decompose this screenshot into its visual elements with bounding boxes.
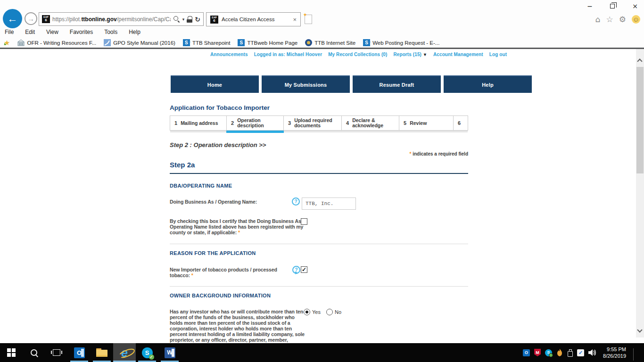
radio-yes[interactable] bbox=[304, 309, 310, 315]
settings-gear-icon[interactable]: ⚙ bbox=[619, 15, 626, 24]
tray-skype-icon[interactable]: S bbox=[545, 349, 552, 356]
window-close-button[interactable]: × bbox=[630, 2, 640, 10]
browser-tab[interactable]: EAP 6 Accela Citizen Access × bbox=[206, 12, 301, 26]
taskbar-search-button[interactable] bbox=[23, 343, 45, 362]
sharepoint-icon: S bbox=[238, 39, 245, 46]
step-heading: Step 2 : Operation description >> bbox=[170, 141, 266, 148]
step-tab-3[interactable]: 3 Upload required documents bbox=[284, 116, 342, 130]
add-favorites-star-icon[interactable]: ★ bbox=[4, 39, 10, 47]
skype-status-badge: ✓ bbox=[149, 354, 154, 360]
screen: ← → EAP 6 https://pilot.ttbonline.gov/pe… bbox=[0, 0, 644, 362]
checkmark-icon: ✓ bbox=[302, 267, 306, 272]
step-tab-4[interactable]: 4 Declare & acknowledge bbox=[342, 116, 399, 130]
link-account-management[interactable]: Account Management bbox=[433, 52, 483, 57]
tab-close-icon[interactable]: × bbox=[293, 16, 297, 23]
scrollbar-up-icon[interactable] bbox=[637, 58, 642, 64]
scrollbar-thumb[interactable] bbox=[636, 67, 644, 173]
dba-section-header: DBA/OPERATING NAME bbox=[170, 183, 232, 189]
sharepoint-icon: S bbox=[183, 39, 190, 46]
link-logout[interactable]: Log out bbox=[489, 52, 507, 57]
dba-certify-checkbox[interactable] bbox=[301, 218, 307, 225]
tray-usb-icon[interactable] bbox=[567, 349, 573, 356]
tray-mcafee-icon[interactable]: M bbox=[534, 349, 541, 356]
menu-item-tools[interactable]: Tools bbox=[104, 29, 117, 35]
dba-help-icon[interactable]: ? bbox=[292, 197, 300, 206]
menu-item-file[interactable]: File bbox=[5, 29, 14, 35]
tray-outlook-icon[interactable]: O bbox=[523, 349, 530, 356]
window-restore-button[interactable] bbox=[607, 2, 618, 10]
nav-help-button[interactable]: Help bbox=[444, 75, 532, 93]
menu-item-view[interactable]: View bbox=[46, 29, 58, 35]
page-scrollbar[interactable] bbox=[636, 49, 644, 337]
nav-resume-draft-button[interactable]: Resume Draft bbox=[353, 75, 441, 93]
globe-badge-icon bbox=[305, 39, 312, 46]
reason-checkbox[interactable]: ✓ bbox=[301, 266, 307, 273]
file-explorer-icon bbox=[96, 348, 107, 357]
favorite-ttbweb-home[interactable]: S TTBweb Home Page bbox=[238, 39, 297, 46]
dba-name-input[interactable] bbox=[302, 197, 356, 210]
forward-button[interactable]: → bbox=[25, 12, 37, 25]
step-tab-1[interactable]: 1 Mailing address bbox=[170, 116, 227, 130]
taskbar-internet-explorer[interactable]: e bbox=[113, 343, 136, 362]
favorites-star-icon[interactable]: ☆ bbox=[606, 15, 613, 24]
address-bar[interactable]: EAP 6 https://pilot.ttbonline.gov/permit… bbox=[39, 12, 204, 26]
reports-caret-icon[interactable]: ▼ bbox=[423, 52, 427, 57]
taskbar-file-explorer[interactable] bbox=[91, 343, 113, 362]
show-desktop-button[interactable] bbox=[638, 343, 641, 362]
reason-help-icon[interactable]: ? bbox=[292, 266, 300, 274]
volume-icon[interactable] bbox=[588, 349, 597, 356]
window-minimize-button[interactable]: − bbox=[585, 2, 595, 10]
nav-home-button[interactable]: Home bbox=[171, 75, 259, 93]
feedback-smiley-icon[interactable]: ☺ bbox=[632, 15, 640, 24]
new-tab-button[interactable]: ★ bbox=[305, 15, 312, 24]
home-icon[interactable]: ⌂ bbox=[595, 15, 601, 24]
menu-item-help[interactable]: Help bbox=[129, 29, 140, 35]
page-title: Application for Tobacco Importer bbox=[170, 104, 270, 111]
menu-bar: File Edit View Favorites Tools Help bbox=[5, 27, 140, 37]
browser-toolbar-icons: ⌂ ☆ ⚙ ☺ bbox=[595, 15, 640, 24]
back-arrow-icon: ← bbox=[8, 13, 18, 25]
tab-favicon: EAP 6 bbox=[210, 16, 218, 24]
link-record-collections[interactable]: My Record Collections (0) bbox=[328, 52, 387, 57]
sub-step-heading: Step 2a bbox=[170, 161, 195, 169]
url-text[interactable]: https://pilot.ttbonline.gov/permitsonlin… bbox=[52, 16, 171, 23]
gpo-icon bbox=[104, 39, 111, 46]
nav-my-submissions-button[interactable]: My Submissions bbox=[262, 75, 350, 93]
link-reports[interactable]: Reports (15)▼ bbox=[393, 52, 427, 57]
favorite-web-posting[interactable]: S Web Posting Request - E-... bbox=[363, 39, 439, 46]
taskbar: O e S✓ W O M S ✓ 9:55 PM 8/26/2019 bbox=[0, 343, 644, 362]
step-tab-5[interactable]: 5 Review bbox=[399, 116, 454, 130]
taskbar-clock[interactable]: 9:55 PM 8/26/2019 bbox=[601, 346, 628, 359]
favorite-ttb-internet[interactable]: TTB Internet Site bbox=[305, 39, 355, 46]
taskbar-outlook[interactable]: O bbox=[68, 343, 91, 362]
taskbar-skype[interactable]: S✓ bbox=[136, 343, 158, 362]
task-view-icon bbox=[53, 349, 60, 356]
tray-flame-icon[interactable] bbox=[556, 349, 563, 356]
favorite-gpo[interactable]: GPO Style Manual (2016) bbox=[104, 39, 175, 46]
dba-certify-label: By checking this box I certify that the … bbox=[170, 218, 307, 235]
favorite-ofr[interactable]: OFR - Writing Resources F... bbox=[17, 39, 96, 46]
refresh-icon[interactable]: ↻ bbox=[195, 16, 200, 23]
radio-no-label: No bbox=[335, 309, 341, 315]
search-icon[interactable] bbox=[173, 16, 180, 23]
scrollbar-down-icon[interactable] bbox=[637, 327, 642, 332]
link-logged-in-as: Logged in as: Michael Hoover bbox=[254, 52, 322, 57]
tray-checkmark-icon[interactable]: ✓ bbox=[577, 349, 584, 356]
step-tab-6[interactable]: 6 bbox=[454, 116, 468, 130]
task-view-button[interactable] bbox=[45, 343, 68, 362]
menu-item-edit[interactable]: Edit bbox=[25, 29, 35, 35]
menu-item-favorites[interactable]: Favorites bbox=[70, 29, 93, 35]
start-button[interactable] bbox=[0, 343, 23, 362]
link-announcements[interactable]: Announcements bbox=[210, 52, 248, 57]
radio-no[interactable] bbox=[326, 309, 333, 315]
back-button[interactable]: ← bbox=[3, 9, 22, 28]
clock-time: 9:55 PM bbox=[603, 346, 626, 353]
restore-icon bbox=[610, 4, 615, 8]
favorite-ttb-sharepoint[interactable]: S TTB Sharepoint bbox=[183, 39, 231, 46]
owner-radio-group: Yes No bbox=[304, 309, 345, 315]
forward-arrow-icon: → bbox=[27, 15, 34, 23]
owner-section-header: OWNER BACKGROUND INFORMATION bbox=[170, 293, 271, 298]
taskbar-word[interactable]: W bbox=[158, 343, 181, 362]
search-dropdown-caret-icon[interactable]: ▾ bbox=[182, 17, 185, 22]
step-tab-2[interactable]: 2 Operation description bbox=[227, 116, 284, 130]
